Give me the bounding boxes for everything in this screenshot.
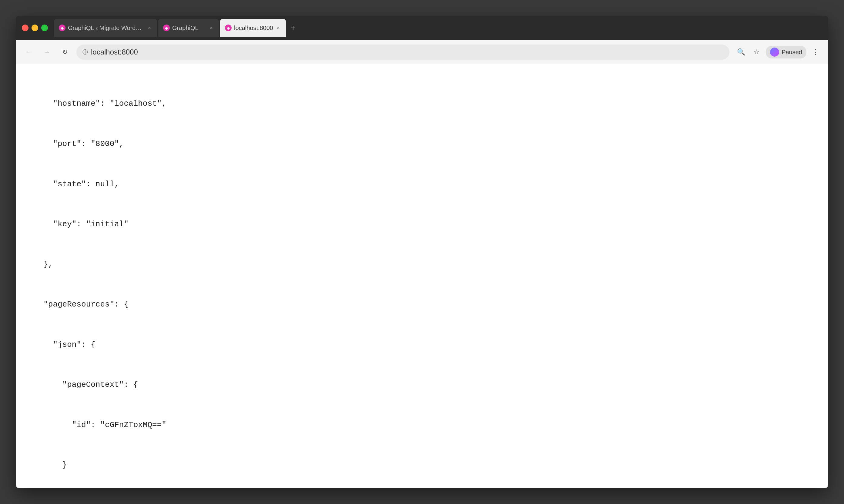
tab1-close-button[interactable]: ✕: [147, 25, 152, 31]
json-display: "hostname": "localhost", "port": "8000",…: [34, 70, 810, 488]
back-icon: ←: [25, 48, 32, 56]
json-line-2: "port": "8000",: [34, 137, 810, 150]
tab2-title: GraphiQL: [172, 24, 199, 32]
forward-icon: →: [44, 48, 50, 56]
search-icon: 🔍: [737, 48, 745, 56]
tab3-close-button[interactable]: ✕: [276, 25, 281, 31]
minimize-button[interactable]: [32, 24, 38, 31]
json-line-3: "state": null,: [34, 178, 810, 191]
json-line-9: "id": "cGFnZToxMQ==": [34, 418, 810, 432]
url-text: localhost:8000: [91, 48, 138, 56]
browser-window: ◈ GraphiQL ‹ Migrate WordPress ✕ ◈ Graph…: [16, 16, 828, 488]
tab3-title: localhost:8000: [234, 24, 273, 32]
profile-label: Paused: [781, 49, 802, 56]
title-bar: ◈ GraphiQL ‹ Migrate WordPress ✕ ◈ Graph…: [16, 16, 828, 40]
profile-avatar: [770, 48, 779, 57]
close-button[interactable]: [22, 24, 29, 31]
maximize-button[interactable]: [41, 24, 48, 31]
star-icon: ☆: [754, 48, 760, 56]
json-line-8: "pageContext": {: [34, 378, 810, 391]
content-area[interactable]: "hostname": "localhost", "port": "8000",…: [16, 64, 828, 488]
tab1-title: GraphiQL ‹ Migrate WordPress: [68, 24, 144, 32]
back-button[interactable]: ←: [22, 46, 35, 59]
tab1-favicon-icon: ◈: [59, 24, 66, 31]
profile-button[interactable]: Paused: [766, 46, 806, 58]
json-line-5: },: [34, 258, 810, 271]
tab-graphiql-migrate[interactable]: ◈ GraphiQL ‹ Migrate WordPress ✕: [54, 19, 157, 37]
menu-button[interactable]: ⋮: [809, 46, 822, 59]
forward-button[interactable]: →: [40, 46, 53, 59]
tab2-favicon-icon: ◈: [163, 24, 170, 31]
search-button[interactable]: 🔍: [734, 46, 747, 59]
tabs-area: ◈ GraphiQL ‹ Migrate WordPress ✕ ◈ Graph…: [54, 19, 822, 37]
json-line-4: "key": "initial": [34, 217, 810, 231]
new-tab-button[interactable]: +: [287, 22, 299, 34]
toolbar-actions: 🔍 ☆ Paused ⋮: [734, 46, 822, 59]
bookmark-button[interactable]: ☆: [750, 46, 763, 59]
tab-localhost[interactable]: ◈ localhost:8000 ✕: [220, 19, 286, 37]
traffic-lights: [22, 24, 48, 31]
tab-graphiql[interactable]: ◈ GraphiQL ✕: [158, 19, 219, 37]
json-line-1: "hostname": "localhost",: [34, 97, 810, 110]
reload-button[interactable]: ↻: [58, 46, 71, 59]
menu-icon: ⋮: [812, 48, 819, 56]
url-bar[interactable]: ⓘ localhost:8000: [76, 44, 729, 60]
json-line-10: }: [34, 458, 810, 472]
json-line-6: "pageResources": {: [34, 298, 810, 311]
json-line-7: "json": {: [34, 338, 810, 352]
lock-icon: ⓘ: [83, 49, 88, 56]
reload-icon: ↻: [62, 48, 68, 56]
address-bar: ← → ↻ ⓘ localhost:8000 🔍 ☆ Paused ⋮: [16, 40, 828, 64]
tab3-favicon-icon: ◈: [225, 24, 231, 31]
tab2-close-button[interactable]: ✕: [209, 25, 214, 31]
